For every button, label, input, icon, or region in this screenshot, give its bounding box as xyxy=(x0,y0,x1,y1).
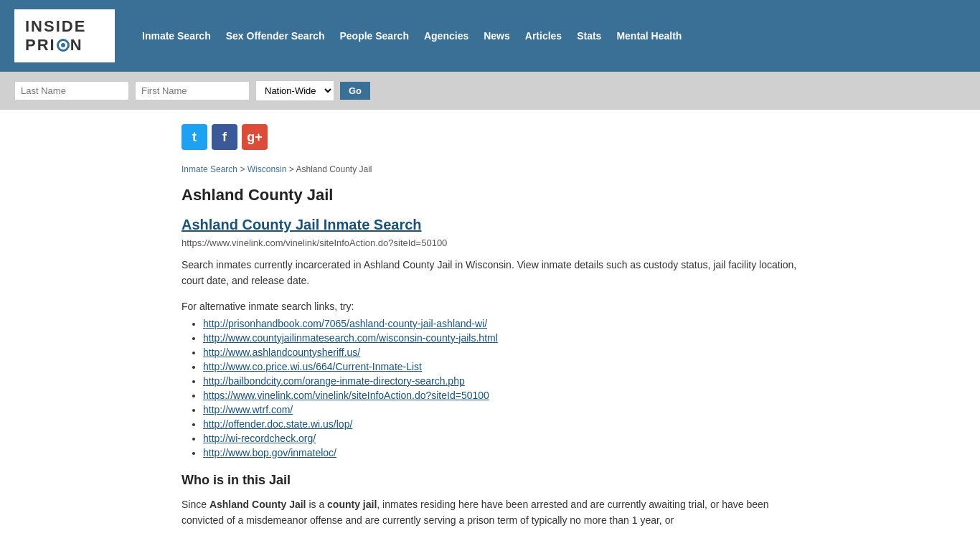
alt-links-list: http://prisonhandbook.com/7065/ashland-c… xyxy=(182,318,798,458)
list-item: http://www.wtrf.com/ xyxy=(203,404,798,415)
logo[interactable]: INSIDE PRIN xyxy=(14,9,115,62)
page-title: Ashland County Jail xyxy=(182,186,798,204)
alt-link[interactable]: https://www.vinelink.com/vinelink/siteIn… xyxy=(203,390,489,401)
gplus-icon[interactable]: g+ xyxy=(242,124,268,150)
main-link-heading: Ashland County Jail Inmate Search xyxy=(182,216,798,233)
main-link-anchor[interactable]: Ashland County Jail Inmate Search xyxy=(182,217,422,232)
alt-link[interactable]: http://prisonhandbook.com/7065/ashland-c… xyxy=(203,318,487,329)
list-item: http://bailbondcity.com/orange-inmate-di… xyxy=(203,375,798,387)
last-name-input[interactable] xyxy=(14,81,129,100)
list-item: https://www.vinelink.com/vinelink/siteIn… xyxy=(203,390,798,401)
list-item: http://offender.doc.state.wi.us/lop/ xyxy=(203,418,798,430)
nav-item-sex-offender-search[interactable]: Sex Offender Search xyxy=(220,27,331,44)
description-text: Search inmates currently incarcerated in… xyxy=(182,257,798,289)
alt-link[interactable]: http://www.bop.gov/inmateloc/ xyxy=(203,447,336,458)
list-item: http://www.co.price.wi.us/664/Current-In… xyxy=(203,361,798,372)
list-item: http://wi-recordcheck.org/ xyxy=(203,433,798,444)
header: INSIDE PRIN Inmate SearchSex Offender Se… xyxy=(0,0,980,72)
nav-item-people-search[interactable]: People Search xyxy=(334,27,415,44)
social-icons: t f g+ xyxy=(182,124,798,150)
list-item: http://www.ashlandcountysheriff.us/ xyxy=(203,347,798,358)
list-item: http://www.countyjailinmatesearch.com/wi… xyxy=(203,332,798,344)
main-nav: Inmate SearchSex Offender SearchPeople S… xyxy=(136,27,687,44)
breadcrumb: Inmate Search > Wisconsin > Ashland Coun… xyxy=(182,164,798,174)
alt-link[interactable]: http://wi-recordcheck.org/ xyxy=(203,433,316,444)
nav-item-articles[interactable]: Articles xyxy=(519,27,567,44)
alt-link[interactable]: http://www.wtrf.com/ xyxy=(203,404,293,415)
list-item: http://www.bop.gov/inmateloc/ xyxy=(203,447,798,458)
breadcrumb-inmate-search[interactable]: Inmate Search xyxy=(182,164,237,174)
nav-item-inmate-search[interactable]: Inmate Search xyxy=(136,27,217,44)
search-bar: Nation-Wide Go xyxy=(0,72,980,110)
who-section-description: Since Ashland County Jail is a county ja… xyxy=(182,496,798,529)
breadcrumb-wisconsin[interactable]: Wisconsin xyxy=(248,164,287,174)
nav-item-news[interactable]: News xyxy=(478,27,516,44)
logo-inside: INSIDE xyxy=(25,17,104,36)
search-go-button[interactable]: Go xyxy=(340,82,370,100)
logo-circle-icon xyxy=(57,39,70,52)
first-name-input[interactable] xyxy=(135,81,250,100)
list-item: http://prisonhandbook.com/7065/ashland-c… xyxy=(203,318,798,329)
alt-link[interactable]: http://www.co.price.wi.us/664/Current-In… xyxy=(203,361,422,372)
nav-item-agencies[interactable]: Agencies xyxy=(418,27,474,44)
alt-link[interactable]: http://bailbondcity.com/orange-inmate-di… xyxy=(203,375,465,387)
facebook-icon[interactable]: f xyxy=(212,124,237,150)
main-content: t f g+ Inmate Search > Wisconsin > Ashla… xyxy=(167,110,813,543)
breadcrumb-current: Ashland County Jail xyxy=(296,164,372,174)
alt-link[interactable]: http://www.ashlandcountysheriff.us/ xyxy=(203,347,360,358)
alt-links-intro: For alternative inmate search links, try… xyxy=(182,301,798,312)
alt-link[interactable]: http://offender.doc.state.wi.us/lop/ xyxy=(203,418,352,430)
alt-link[interactable]: http://www.countyjailinmatesearch.com/wi… xyxy=(203,332,498,344)
main-link-url: https://www.vinelink.com/vinelink/siteIn… xyxy=(182,237,798,248)
logo-prison: PRIN xyxy=(25,36,104,55)
nav-item-mental-health[interactable]: Mental Health xyxy=(611,27,687,44)
who-section-title: Who is in this Jail xyxy=(182,473,798,488)
twitter-icon[interactable]: t xyxy=(182,124,207,150)
location-select[interactable]: Nation-Wide xyxy=(255,80,334,101)
nav-item-stats[interactable]: Stats xyxy=(571,27,607,44)
